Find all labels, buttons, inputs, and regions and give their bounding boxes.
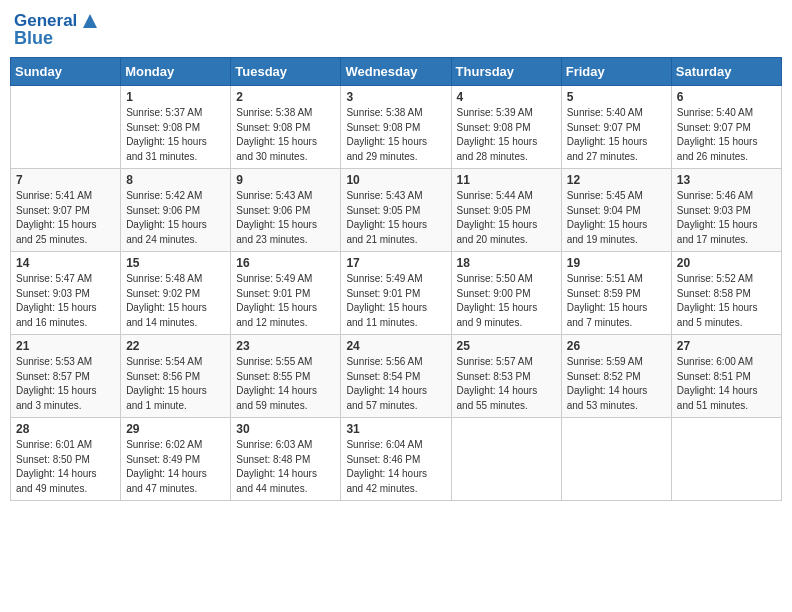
day-number: 13: [677, 173, 776, 187]
calendar-cell: 2Sunrise: 5:38 AM Sunset: 9:08 PM Daylig…: [231, 86, 341, 169]
calendar-cell: [11, 86, 121, 169]
day-info: Sunrise: 5:40 AM Sunset: 9:07 PM Dayligh…: [677, 106, 776, 164]
day-info: Sunrise: 5:55 AM Sunset: 8:55 PM Dayligh…: [236, 355, 335, 413]
day-info: Sunrise: 5:46 AM Sunset: 9:03 PM Dayligh…: [677, 189, 776, 247]
day-info: Sunrise: 5:53 AM Sunset: 8:57 PM Dayligh…: [16, 355, 115, 413]
day-info: Sunrise: 5:49 AM Sunset: 9:01 PM Dayligh…: [346, 272, 445, 330]
day-number: 16: [236, 256, 335, 270]
svg-marker-0: [83, 14, 97, 28]
calendar-cell: 4Sunrise: 5:39 AM Sunset: 9:08 PM Daylig…: [451, 86, 561, 169]
calendar-week-row: 1Sunrise: 5:37 AM Sunset: 9:08 PM Daylig…: [11, 86, 782, 169]
day-number: 12: [567, 173, 666, 187]
day-number: 19: [567, 256, 666, 270]
day-info: Sunrise: 5:52 AM Sunset: 8:58 PM Dayligh…: [677, 272, 776, 330]
day-info: Sunrise: 5:48 AM Sunset: 9:02 PM Dayligh…: [126, 272, 225, 330]
calendar-week-row: 28Sunrise: 6:01 AM Sunset: 8:50 PM Dayli…: [11, 418, 782, 501]
day-number: 26: [567, 339, 666, 353]
calendar-cell: [671, 418, 781, 501]
day-number: 1: [126, 90, 225, 104]
day-number: 6: [677, 90, 776, 104]
day-info: Sunrise: 5:49 AM Sunset: 9:01 PM Dayligh…: [236, 272, 335, 330]
day-info: Sunrise: 5:50 AM Sunset: 9:00 PM Dayligh…: [457, 272, 556, 330]
calendar-cell: 9Sunrise: 5:43 AM Sunset: 9:06 PM Daylig…: [231, 169, 341, 252]
calendar-cell: 30Sunrise: 6:03 AM Sunset: 8:48 PM Dayli…: [231, 418, 341, 501]
day-info: Sunrise: 5:43 AM Sunset: 9:06 PM Dayligh…: [236, 189, 335, 247]
calendar-cell: [451, 418, 561, 501]
day-info: Sunrise: 5:47 AM Sunset: 9:03 PM Dayligh…: [16, 272, 115, 330]
day-info: Sunrise: 5:57 AM Sunset: 8:53 PM Dayligh…: [457, 355, 556, 413]
day-number: 21: [16, 339, 115, 353]
calendar-cell: 12Sunrise: 5:45 AM Sunset: 9:04 PM Dayli…: [561, 169, 671, 252]
calendar-cell: 28Sunrise: 6:01 AM Sunset: 8:50 PM Dayli…: [11, 418, 121, 501]
calendar-header-row: SundayMondayTuesdayWednesdayThursdayFrid…: [11, 58, 782, 86]
calendar-cell: 16Sunrise: 5:49 AM Sunset: 9:01 PM Dayli…: [231, 252, 341, 335]
day-number: 11: [457, 173, 556, 187]
calendar-cell: 5Sunrise: 5:40 AM Sunset: 9:07 PM Daylig…: [561, 86, 671, 169]
day-number: 3: [346, 90, 445, 104]
day-info: Sunrise: 5:59 AM Sunset: 8:52 PM Dayligh…: [567, 355, 666, 413]
calendar-week-row: 21Sunrise: 5:53 AM Sunset: 8:57 PM Dayli…: [11, 335, 782, 418]
calendar-day-header: Saturday: [671, 58, 781, 86]
day-number: 27: [677, 339, 776, 353]
calendar-cell: 14Sunrise: 5:47 AM Sunset: 9:03 PM Dayli…: [11, 252, 121, 335]
day-number: 28: [16, 422, 115, 436]
calendar-table: SundayMondayTuesdayWednesdayThursdayFrid…: [10, 57, 782, 501]
day-number: 22: [126, 339, 225, 353]
calendar-day-header: Wednesday: [341, 58, 451, 86]
calendar-cell: 3Sunrise: 5:38 AM Sunset: 9:08 PM Daylig…: [341, 86, 451, 169]
calendar-day-header: Sunday: [11, 58, 121, 86]
day-info: Sunrise: 5:51 AM Sunset: 8:59 PM Dayligh…: [567, 272, 666, 330]
day-number: 8: [126, 173, 225, 187]
calendar-cell: 25Sunrise: 5:57 AM Sunset: 8:53 PM Dayli…: [451, 335, 561, 418]
calendar-cell: 20Sunrise: 5:52 AM Sunset: 8:58 PM Dayli…: [671, 252, 781, 335]
calendar-cell: 18Sunrise: 5:50 AM Sunset: 9:00 PM Dayli…: [451, 252, 561, 335]
day-number: 18: [457, 256, 556, 270]
day-info: Sunrise: 6:03 AM Sunset: 8:48 PM Dayligh…: [236, 438, 335, 496]
calendar-cell: 8Sunrise: 5:42 AM Sunset: 9:06 PM Daylig…: [121, 169, 231, 252]
calendar-cell: 26Sunrise: 5:59 AM Sunset: 8:52 PM Dayli…: [561, 335, 671, 418]
calendar-cell: 19Sunrise: 5:51 AM Sunset: 8:59 PM Dayli…: [561, 252, 671, 335]
day-info: Sunrise: 5:38 AM Sunset: 9:08 PM Dayligh…: [236, 106, 335, 164]
day-info: Sunrise: 5:41 AM Sunset: 9:07 PM Dayligh…: [16, 189, 115, 247]
calendar-week-row: 7Sunrise: 5:41 AM Sunset: 9:07 PM Daylig…: [11, 169, 782, 252]
day-info: Sunrise: 5:42 AM Sunset: 9:06 PM Dayligh…: [126, 189, 225, 247]
day-info: Sunrise: 5:37 AM Sunset: 9:08 PM Dayligh…: [126, 106, 225, 164]
day-number: 14: [16, 256, 115, 270]
calendar-day-header: Thursday: [451, 58, 561, 86]
calendar-cell: 13Sunrise: 5:46 AM Sunset: 9:03 PM Dayli…: [671, 169, 781, 252]
day-number: 25: [457, 339, 556, 353]
calendar-cell: 11Sunrise: 5:44 AM Sunset: 9:05 PM Dayli…: [451, 169, 561, 252]
day-number: 29: [126, 422, 225, 436]
day-number: 17: [346, 256, 445, 270]
calendar-cell: 1Sunrise: 5:37 AM Sunset: 9:08 PM Daylig…: [121, 86, 231, 169]
day-info: Sunrise: 6:02 AM Sunset: 8:49 PM Dayligh…: [126, 438, 225, 496]
day-info: Sunrise: 6:00 AM Sunset: 8:51 PM Dayligh…: [677, 355, 776, 413]
day-info: Sunrise: 5:39 AM Sunset: 9:08 PM Dayligh…: [457, 106, 556, 164]
day-info: Sunrise: 5:43 AM Sunset: 9:05 PM Dayligh…: [346, 189, 445, 247]
day-number: 24: [346, 339, 445, 353]
calendar-cell: 10Sunrise: 5:43 AM Sunset: 9:05 PM Dayli…: [341, 169, 451, 252]
day-number: 15: [126, 256, 225, 270]
calendar-cell: 23Sunrise: 5:55 AM Sunset: 8:55 PM Dayli…: [231, 335, 341, 418]
calendar-day-header: Monday: [121, 58, 231, 86]
calendar-cell: 17Sunrise: 5:49 AM Sunset: 9:01 PM Dayli…: [341, 252, 451, 335]
day-info: Sunrise: 6:01 AM Sunset: 8:50 PM Dayligh…: [16, 438, 115, 496]
day-info: Sunrise: 5:40 AM Sunset: 9:07 PM Dayligh…: [567, 106, 666, 164]
day-number: 30: [236, 422, 335, 436]
calendar-day-header: Friday: [561, 58, 671, 86]
day-number: 10: [346, 173, 445, 187]
calendar-cell: 24Sunrise: 5:56 AM Sunset: 8:54 PM Dayli…: [341, 335, 451, 418]
day-number: 9: [236, 173, 335, 187]
calendar-cell: 21Sunrise: 5:53 AM Sunset: 8:57 PM Dayli…: [11, 335, 121, 418]
day-number: 7: [16, 173, 115, 187]
calendar-week-row: 14Sunrise: 5:47 AM Sunset: 9:03 PM Dayli…: [11, 252, 782, 335]
calendar-day-header: Tuesday: [231, 58, 341, 86]
calendar-cell: [561, 418, 671, 501]
logo-blue-text: Blue: [14, 28, 101, 49]
calendar-cell: 29Sunrise: 6:02 AM Sunset: 8:49 PM Dayli…: [121, 418, 231, 501]
day-info: Sunrise: 5:38 AM Sunset: 9:08 PM Dayligh…: [346, 106, 445, 164]
day-number: 5: [567, 90, 666, 104]
calendar-cell: 15Sunrise: 5:48 AM Sunset: 9:02 PM Dayli…: [121, 252, 231, 335]
calendar-cell: 27Sunrise: 6:00 AM Sunset: 8:51 PM Dayli…: [671, 335, 781, 418]
day-number: 23: [236, 339, 335, 353]
